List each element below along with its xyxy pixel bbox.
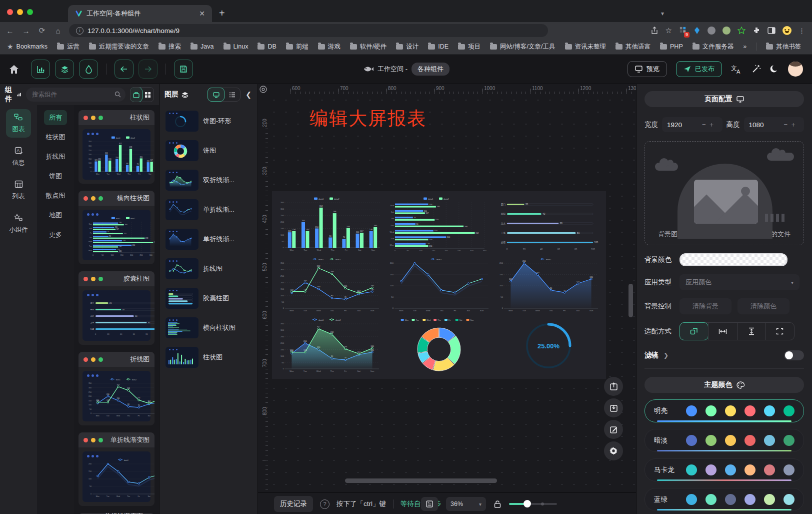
design-canvas[interactable]: 6007008009001000110012001300 20030040050… (258, 84, 636, 492)
horizontal-scrollbar[interactable] (345, 478, 497, 483)
chart-darea[interactable]: 050100150200250300350MonTueWedThuFriSatS… (277, 317, 382, 374)
big-screen-title-text[interactable]: 编辑大屏报表 (310, 106, 426, 131)
reload-icon[interactable]: ⟳ (37, 26, 47, 35)
theme-row[interactable]: 明亮 (644, 399, 804, 422)
chart-bar[interactable]: 050100150200250300350MonTueWedThuFriSatS… (277, 196, 382, 253)
back-icon[interactable]: ← (5, 27, 15, 35)
language-icon[interactable]: 文A (731, 64, 742, 74)
layer-item[interactable]: 饼图-环形 (164, 108, 254, 134)
tab-close-icon[interactable]: ✕ (199, 10, 205, 18)
dark-mode-moon-icon[interactable] (770, 65, 779, 74)
layer-item[interactable]: 单折线渐... (164, 226, 254, 252)
history-button[interactable]: 历史记录 (274, 496, 313, 512)
extension-icon[interactable]: 9 (679, 26, 686, 35)
category-item[interactable]: 折线图 (41, 149, 70, 164)
other-bookmarks[interactable]: 其他书签 (766, 43, 801, 51)
publish-button[interactable]: 已发布 (676, 61, 722, 77)
bookmark-item[interactable]: Java (190, 43, 214, 50)
redo-button[interactable] (138, 60, 158, 79)
share-icon[interactable] (650, 27, 658, 35)
undo-button[interactable] (114, 60, 134, 79)
bookmarks-root[interactable]: ★Bookmarks (7, 43, 48, 51)
bookmark-item[interactable]: 近期需要读的文章 (89, 43, 149, 51)
guide-doc-button[interactable] (421, 497, 438, 511)
layer-item[interactable]: 单折线渐... (164, 197, 254, 223)
component-card[interactable]: 折线图 050100150200250300350MonTueWedThuFri… (78, 352, 154, 425)
category-item[interactable]: 地图 (44, 208, 67, 223)
sidebar-toggle-icon[interactable] (768, 27, 776, 34)
extension-round-icon[interactable] (708, 27, 716, 35)
rail-item-3[interactable]: 列表 (6, 176, 31, 205)
save-button[interactable] (174, 60, 193, 79)
lock-icon[interactable] (494, 500, 501, 508)
green-star-extension-icon[interactable] (738, 27, 746, 35)
single-view-toggle[interactable] (130, 87, 142, 102)
zoom-slider[interactable] (509, 503, 557, 505)
board-chart-ring[interactable]: 25.00% (494, 315, 603, 376)
new-tab-button[interactable]: + (219, 8, 225, 19)
chevron-right-icon[interactable]: ❯ (664, 352, 668, 359)
filter-toggle[interactable] (784, 350, 804, 360)
ruler-eye-icon[interactable] (259, 85, 268, 94)
zoom-select[interactable]: 36%▾ (446, 497, 486, 511)
page-config-header[interactable]: 页面配置 (644, 91, 804, 107)
rail-item-2[interactable]: A信息 (6, 143, 31, 171)
board-chart-darea[interactable]: 050100150200250300350MonTueWedThuFriSatS… (275, 315, 384, 376)
window-controls[interactable] (0, 9, 40, 22)
bookmark-item[interactable]: DB (258, 43, 276, 50)
rail-item-4[interactable]: 小组件 (6, 210, 31, 238)
clear-background-button[interactable]: 清除背景 (680, 298, 732, 314)
pin-extension-icon[interactable] (694, 27, 700, 35)
bookmark-item[interactable]: 项目 (458, 43, 480, 51)
chart-capsule[interactable]: 厦门20南阳40北京60上海80新疆100020406080100 (496, 196, 601, 253)
layer-item[interactable]: 柱状图 (164, 344, 254, 370)
zoom-window-button[interactable] (27, 9, 33, 15)
grid-view-toggle[interactable] (142, 88, 154, 102)
browser-tab[interactable]: 工作空间-各种组件 ✕ (68, 5, 212, 22)
bookmark-item[interactable]: PHP (660, 43, 683, 50)
filter-tool-button[interactable] (79, 60, 98, 79)
bookmark-item[interactable]: 搜索 (158, 43, 181, 51)
bookmark-item[interactable]: IDE (428, 43, 448, 50)
layer-list-view[interactable] (224, 88, 240, 101)
import-button[interactable] (604, 398, 623, 417)
extension-round2-icon[interactable] (722, 27, 730, 35)
profile-avatar[interactable] (782, 26, 792, 35)
stepper-icons[interactable]: −＋ (702, 120, 718, 129)
fit-scale-option[interactable] (680, 322, 708, 340)
bookmark-item[interactable]: 资讯未整理 (565, 43, 606, 51)
address-bar[interactable]: i 127.0.0.1:3000/#/chart/home/9 (69, 24, 548, 37)
category-item[interactable]: 散点图 (41, 188, 70, 203)
edit-button[interactable] (604, 420, 623, 439)
board-chart-capsule[interactable]: 厦门20南阳40北京60上海80新疆100020406080100 (494, 194, 603, 255)
board-chart-sline[interactable]: 050100150200MonTueWedThuFriSatSundata1 (384, 255, 494, 315)
layer-item[interactable]: 折线图 (164, 256, 254, 282)
chart-ring[interactable]: 25.00% (496, 317, 601, 374)
workspace-name-pill[interactable]: 各种组件 (412, 63, 450, 76)
board-chart-hbar[interactable]: 050100150200250300350MonTueWedThuFriSatS… (384, 194, 494, 255)
bg-color-swatch[interactable] (680, 253, 788, 266)
bookmark-item[interactable]: Linux (224, 43, 248, 50)
close-window-button[interactable] (7, 9, 13, 15)
component-card[interactable]: 横向柱状图 050100150200250300350MonTueWedThuF… (78, 191, 154, 264)
user-avatar[interactable] (788, 62, 803, 77)
bookmark-item[interactable]: 软件/硬件 (350, 43, 386, 51)
slider-knob[interactable] (524, 500, 531, 507)
collapse-layer-panel-icon[interactable]: ❮ (244, 91, 252, 99)
forward-icon[interactable]: → (21, 27, 31, 35)
component-card[interactable]: 柱状图 050100150200250300350MonTueWedThuFri… (78, 110, 154, 184)
board-chart-bar[interactable]: 050100150200250300350MonTueWedThuFriSatS… (275, 194, 384, 255)
chart-line[interactable]: 050100150200250300350MonTueWedThuFriSatS… (277, 257, 382, 314)
bookmark-item[interactable]: 网站/博客/文章/工具 (490, 43, 555, 51)
fit-width-option[interactable] (708, 323, 736, 340)
chart-pie[interactable]: MonTueWedThuFriSatSun (386, 317, 492, 374)
category-item[interactable]: 饼图 (44, 169, 67, 184)
chart-sarea[interactable]: 050100150200MonTueWedThuFriSatSundata112… (496, 257, 601, 314)
fit-height-option[interactable] (737, 323, 766, 340)
stepper-icons[interactable]: −＋ (784, 120, 799, 129)
bookmark-item[interactable]: 设计 (396, 43, 418, 51)
bookmarks-overflow[interactable]: » (743, 43, 746, 50)
app-type-select[interactable]: 应用颜色▾ (680, 274, 800, 290)
settings-gear-button[interactable] (604, 441, 623, 460)
component-card[interactable]: 胶囊柱图 厦门20南阳40北京60上海80新疆100020406080100 (78, 271, 154, 345)
